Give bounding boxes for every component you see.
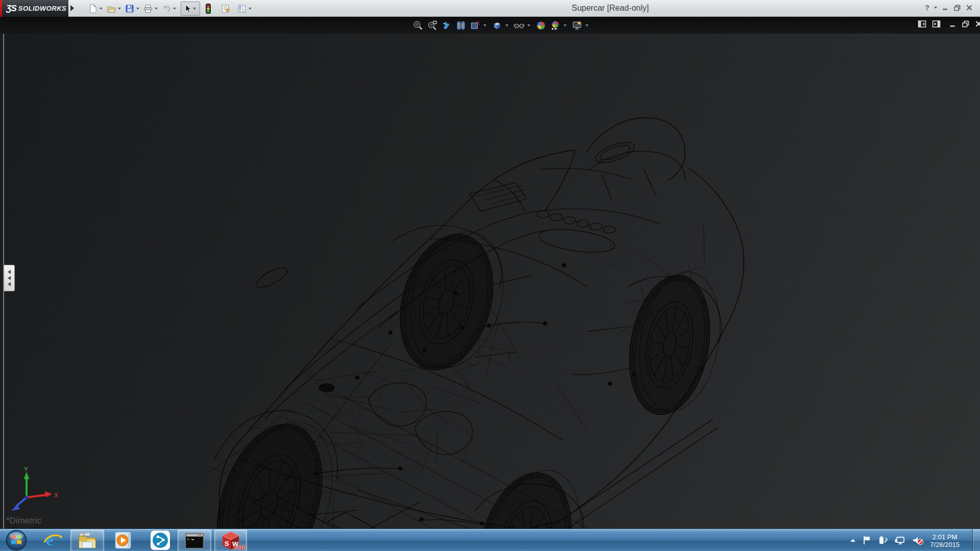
print-icon (143, 4, 153, 14)
previous-view-button[interactable] (440, 19, 453, 32)
menu-expand-arrow-icon[interactable] (70, 5, 74, 11)
folder-icon (77, 531, 97, 550)
edit-appearance-button[interactable] (534, 19, 547, 32)
view-cube-icon (492, 20, 503, 31)
collapse-arrow-icon (8, 276, 11, 280)
volume-muted-icon (912, 535, 924, 545)
appearance-ball-icon (535, 20, 547, 31)
svg-text:e: e (46, 531, 53, 549)
section-view-button[interactable] (454, 19, 467, 32)
rebuild-button[interactable] (202, 3, 214, 15)
supercar-wireframe (0, 17, 980, 529)
hide-show-dropdown-icon[interactable] (527, 24, 530, 27)
share-app-icon (150, 530, 171, 551)
apply-scene-dropdown-icon[interactable] (564, 24, 567, 27)
undo-icon (161, 4, 172, 14)
undo-dropdown-icon[interactable] (173, 8, 176, 10)
zoom-to-fit-icon (412, 20, 424, 31)
open-dropdown-icon[interactable] (118, 8, 121, 10)
open-icon (106, 4, 116, 14)
taskbar: e (0, 529, 980, 551)
system-tray: 2:01 PM 7/28/2015 (849, 529, 971, 551)
battery-plug-icon (878, 535, 888, 545)
up-arrow-icon (849, 538, 856, 543)
undo-button[interactable] (160, 3, 173, 15)
window-controls: ? (925, 3, 973, 12)
network-status-button[interactable] (894, 535, 905, 545)
close-button[interactable] (966, 4, 973, 11)
zoom-to-fit-button[interactable] (411, 19, 424, 32)
zoom-to-area-button[interactable] (426, 19, 438, 32)
taskbar-media-player[interactable] (111, 530, 136, 551)
view-orientation-button[interactable] (491, 19, 503, 32)
print-dropdown-icon[interactable] (155, 8, 158, 10)
clock-time: 2:01 PM (930, 533, 960, 541)
volume-button[interactable] (912, 535, 924, 545)
taskbar-windows-explorer[interactable] (70, 530, 104, 551)
select-dropdown-icon[interactable] (193, 8, 196, 10)
main-toolbar (87, 0, 254, 17)
options-button[interactable] (236, 3, 248, 15)
featuremanager-collapsed-tab[interactable] (4, 265, 15, 291)
annotation-views-dropdown-icon[interactable] (483, 24, 486, 27)
power-status-button[interactable] (878, 535, 888, 545)
triad-y-label: Y (24, 466, 28, 473)
triad-x-label: X (54, 492, 58, 499)
svg-text:S: S (225, 540, 229, 547)
collapse-pane-icon[interactable] (918, 20, 927, 28)
start-button[interactable] (4, 530, 29, 551)
solidworks-glyph-icon: ƷS (6, 4, 16, 14)
apply-scene-button[interactable] (549, 19, 561, 32)
options-icon (237, 4, 247, 14)
expand-pane-icon[interactable] (932, 20, 941, 28)
doc-minimize-button[interactable] (949, 20, 957, 28)
apply-scene-icon (550, 20, 561, 31)
network-icon (894, 535, 905, 545)
view-orientation-label: *Dimetric (6, 516, 41, 526)
headsup-view-toolbar (411, 18, 591, 33)
reference-triad: Y X (7, 466, 63, 517)
taskbar-clock[interactable]: 2:01 PM 7/28/2015 (930, 533, 960, 548)
show-hidden-icons-button[interactable] (849, 538, 856, 543)
print-button[interactable] (142, 3, 154, 15)
minimize-button[interactable] (942, 4, 949, 11)
window-title: Supercar [Read-only] (572, 4, 649, 13)
collapse-arrow-icon (8, 270, 11, 274)
save-button[interactable] (124, 3, 136, 15)
doc-close-button[interactable] (975, 20, 980, 28)
view-orientation-dropdown-icon[interactable] (505, 24, 508, 27)
help-dropdown-icon[interactable] (934, 7, 937, 9)
options-dropdown-icon[interactable] (249, 8, 252, 10)
view-settings-icon (572, 20, 583, 31)
open-button[interactable] (105, 3, 117, 15)
command-prompt-icon: C:\ (184, 532, 205, 550)
help-button[interactable]: ? (925, 3, 929, 12)
file-properties-button[interactable] (219, 3, 232, 15)
taskbar-share-app[interactable] (147, 530, 174, 551)
save-dropdown-icon[interactable] (136, 8, 139, 10)
traffic-light-icon (204, 3, 212, 14)
save-icon (125, 4, 135, 14)
dynamic-annotation-views-button[interactable] (469, 19, 481, 32)
select-cursor-icon (182, 4, 192, 14)
new-document-button[interactable] (87, 3, 99, 15)
internet-explorer-icon: e (43, 530, 63, 550)
doc-restore-button[interactable] (962, 20, 970, 28)
taskbar-internet-explorer[interactable]: e (41, 530, 65, 551)
select-tool-button[interactable] (181, 2, 200, 16)
taskbar-solidworks[interactable]: S W 2015 (214, 530, 247, 551)
show-desktop-button[interactable] (972, 529, 980, 551)
hide-show-items-button[interactable] (512, 19, 525, 32)
section-view-icon (455, 20, 467, 31)
view-settings-dropdown-icon[interactable] (585, 24, 589, 27)
new-dropdown-icon[interactable] (100, 8, 103, 10)
zoom-to-area-icon (427, 20, 438, 31)
restore-button[interactable] (953, 4, 961, 11)
action-center-button[interactable] (863, 535, 872, 545)
media-player-icon (114, 531, 133, 550)
view-settings-button[interactable] (571, 19, 583, 32)
document-window-controls (918, 20, 980, 28)
solidworks-year-badge: 2015 (234, 544, 246, 550)
viewport-canvas[interactable]: Y X *Dimetric (0, 17, 980, 529)
taskbar-command-prompt[interactable]: C:\ (178, 530, 211, 551)
